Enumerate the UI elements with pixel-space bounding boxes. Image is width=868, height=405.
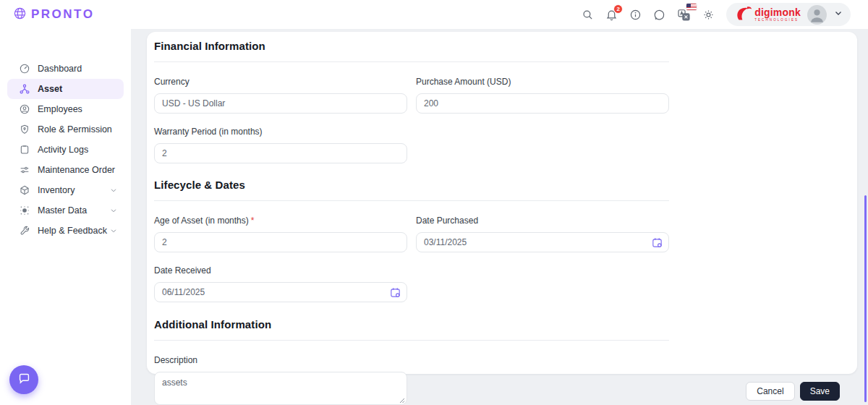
date-received-field: Date Received [154, 265, 407, 302]
user-circle-icon [19, 103, 30, 115]
brand-tagline: TECHNOLOGIES [754, 19, 801, 22]
section-title-additional: Additional Information [154, 318, 857, 331]
brand-name: digimonk [754, 7, 801, 17]
asset-form-card: Financial Information Currency Purchase … [147, 32, 857, 374]
notifications-bell-icon[interactable]: 2 [605, 9, 618, 21]
app-logo[interactable]: PRONTO [13, 7, 94, 23]
purchase-amount-label: Purchase Amount (USD) [416, 77, 669, 87]
description-textarea[interactable]: assets [154, 372, 407, 405]
sidebar-item-help-feedback[interactable]: Help & Feedback [7, 221, 124, 241]
sidebar-item-label: Activity Logs [38, 145, 88, 155]
sidebar-item-label: Role & Permission [38, 124, 112, 135]
date-purchased-label: Date Purchased [416, 216, 669, 226]
sidebar-item-label: Master Data [38, 205, 87, 216]
digimonk-text: digimonk TECHNOLOGIES [754, 7, 801, 22]
sidebar-item-label: Help & Feedback [38, 226, 107, 236]
purchase-amount-input[interactable] [416, 93, 669, 114]
sidebar-item-label: Maintenance Order [38, 165, 115, 175]
gauge-icon [19, 63, 30, 74]
date-purchased-input[interactable] [416, 232, 669, 252]
currency-label: Currency [154, 77, 407, 87]
sidebar-item-asset[interactable]: Asset [7, 79, 124, 99]
sidebar-item-master-data[interactable]: Master Data [7, 200, 124, 221]
age-of-asset-label: Age of Asset (in months)* [154, 216, 407, 226]
wrench-icon [19, 225, 30, 236]
warranty-period-input[interactable] [154, 143, 407, 163]
digimonk-logo: digimonk TECHNOLOGIES [735, 4, 801, 25]
sidebar-item-label: Dashboard [38, 64, 82, 74]
chat-fab-button[interactable] [9, 365, 38, 394]
sidebar-item-label: Employees [38, 104, 82, 114]
section-divider [154, 200, 669, 201]
top-header: PRONTO 2 [0, 0, 868, 29]
globe-icon [13, 7, 27, 23]
required-marker: * [251, 216, 255, 226]
sidebar-item-role-permission[interactable]: Role & Permission [7, 119, 124, 140]
section-divider [154, 61, 669, 62]
chevron-down-icon[interactable] [109, 186, 118, 195]
description-label: Description [154, 355, 857, 365]
focus-dot-icon [19, 205, 30, 216]
cancel-button[interactable]: Cancel [746, 382, 794, 401]
date-purchased-field: Date Purchased [416, 216, 669, 252]
sliders-icon [19, 164, 30, 176]
save-button[interactable]: Save [800, 382, 840, 401]
vertical-scrollbar-thumb[interactable] [864, 195, 867, 402]
info-icon[interactable] [629, 9, 642, 21]
sidebar-item-inventory[interactable]: Inventory [7, 180, 124, 200]
sidebar-item-activity-logs[interactable]: Activity Logs [7, 140, 124, 160]
section-divider [154, 340, 669, 341]
purchase-amount-field: Purchase Amount (USD) [416, 77, 669, 114]
date-received-label: Date Received [154, 265, 407, 276]
section-title-financial: Financial Information [154, 40, 857, 52]
sidebar-item-employees[interactable]: Employees [7, 99, 124, 119]
sidebar-nav: Dashboard Asset Employees Role & Permiss… [0, 29, 131, 405]
sidebar-item-dashboard[interactable]: Dashboard [7, 59, 124, 79]
warranty-period-field: Warranty Period (in months) [154, 127, 407, 163]
sitemap-icon [19, 83, 30, 95]
date-received-input[interactable] [154, 282, 407, 302]
header-actions: 2 [582, 3, 868, 26]
user-avatar[interactable] [807, 5, 827, 25]
note-icon [19, 144, 30, 155]
warranty-period-label: Warranty Period (in months) [154, 127, 407, 137]
sidebar-item-maintenance-order[interactable]: Maintenance Order [7, 160, 124, 180]
form-action-bar: Cancel Save [746, 382, 840, 401]
chevron-down-icon[interactable] [833, 8, 843, 21]
notification-badge: 2 [613, 4, 623, 14]
lifecycle-fields-grid: Age of Asset (in months)* Date Purchased… [154, 216, 669, 315]
sidebar-item-label: Inventory [38, 185, 75, 195]
support-bubble-icon[interactable] [653, 9, 665, 21]
section-title-lifecycle: Lifecycle & Dates [154, 179, 857, 191]
chevron-down-icon[interactable] [109, 206, 118, 215]
sidebar-item-label: Asset [38, 84, 62, 94]
search-icon[interactable] [582, 9, 594, 21]
account-pill[interactable]: digimonk TECHNOLOGIES [726, 3, 851, 26]
digimonk-mark-icon [735, 4, 752, 25]
us-flag-icon [686, 4, 697, 10]
financial-fields-grid: Currency Purchase Amount (USD) Warranty … [154, 77, 669, 176]
calendar-icon[interactable] [651, 236, 663, 249]
resize-handle-icon[interactable] [399, 398, 405, 404]
currency-input[interactable] [154, 93, 407, 114]
chat-bubble-icon [17, 372, 31, 388]
translate-icon[interactable] [677, 8, 691, 22]
cube-icon [19, 184, 30, 196]
calendar-icon[interactable] [389, 286, 401, 299]
logo-text: PRONTO [31, 7, 94, 22]
currency-field: Currency [154, 77, 407, 114]
chevron-down-icon[interactable] [109, 226, 118, 235]
shield-icon [19, 124, 30, 135]
age-of-asset-input[interactable] [154, 232, 407, 252]
theme-sun-icon[interactable] [702, 9, 715, 21]
age-of-asset-field: Age of Asset (in months)* [154, 216, 407, 252]
